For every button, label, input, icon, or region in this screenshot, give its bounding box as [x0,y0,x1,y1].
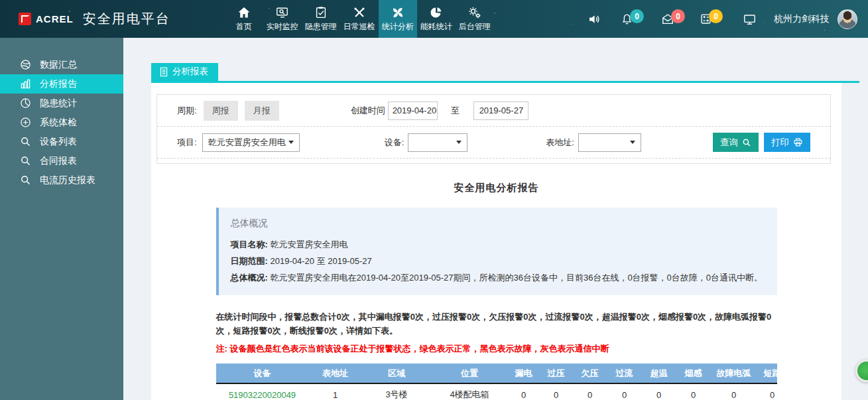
sidebar-item-device-list[interactable]: 设备列表 [0,132,123,151]
navbar-right: 0 0 0 杭州力剑科技 [588,9,857,29]
sidebar-item-contract-report[interactable]: 合同报表 [0,151,123,170]
weekly-report-button[interactable]: 周报 [204,101,238,121]
color-legend-note: 注: 设备颜色是红色表示当前该设备正处于报警状态，绿色表示正常，黑色表示故障，灰… [216,342,777,355]
col-header: 表地址 [309,364,362,383]
nav-item-home[interactable]: 首页 [225,0,263,38]
sidebar-item-current-history-report[interactable]: 电流历史报表 [0,170,123,190]
filter-row-2: 项目: 乾元安置房安全用电 设备: 表地址: [157,127,830,159]
nav-item-backend-management[interactable]: 后台管理 [456,0,494,38]
nav-item-energy-statistics[interactable]: 能耗统计 [417,0,456,38]
document-icon [159,67,168,77]
calculator-panel[interactable]: 0 [700,13,723,25]
search-icon [20,174,31,186]
tab-analysis-report[interactable]: 分析报表 [151,63,218,81]
col-header: 烟感 [676,364,711,383]
app-window: ACREL 安全用电平台 首页 实时监控 隐患管理 日常巡检 统计分析 [0,0,868,400]
nav-item-statistics-analysis[interactable]: 统计分析 [379,0,417,38]
search-icon [742,138,751,147]
cell: 4楼配电箱 [432,383,508,400]
monitor-search-icon [276,6,289,19]
pinwheel-icon [391,6,404,19]
query-button-label: 查询 [720,137,738,149]
meter-address-label: 表地址: [546,137,574,149]
username[interactable]: 杭州力剑科技 [774,13,830,25]
device-id-link[interactable]: 51903220020049 [216,383,309,400]
cell: 0 [508,383,540,400]
cell: 0 [711,383,757,400]
sidebar-label: 设备列表 [40,136,77,148]
crossed-tools-icon [353,6,366,19]
nav-item-daily-inspection[interactable]: 日常巡检 [340,0,379,38]
nav-label: 首页 [236,21,252,33]
pie-icon [20,98,31,109]
field-value: 乾元安置房安全用电 [270,239,347,249]
nav-item-realtime-monitor[interactable]: 实时监控 [263,0,302,38]
calc-badge: 0 [709,9,723,23]
chevron-down-icon [630,141,635,144]
chevron-down-icon [288,141,294,144]
nav-label: 后台管理 [459,21,491,33]
sidebar-item-data-summary[interactable]: 数据汇总 [0,55,123,74]
print-button[interactable]: 打印 [764,133,810,152]
col-header: 短路 [757,364,777,383]
cell: 0 [607,383,642,400]
app-title: 安全用电平台 [83,10,170,28]
device-label: 设备: [385,137,404,149]
filter-row-1: 周期: 周报 月报 创建时间 2019-04-20 至 2019-05-27 [157,95,830,127]
top-navbar: ACREL 安全用电平台 首页 实时监控 隐患管理 日常巡检 统计分析 [0,0,868,38]
plus-circle-icon [20,117,31,128]
date-to-input[interactable]: 2019-05-27 [473,101,528,120]
cell: 0 [540,383,573,400]
col-header: 过流 [607,364,642,383]
cell: 1 [309,383,362,400]
col-header: 故障电弧 [711,364,757,383]
cell: 0 [573,383,607,400]
period-label: 周期: [177,105,197,117]
sidebar-item-analysis-report[interactable]: 分析报告 [0,74,123,94]
sidebar-item-hazard-statistics[interactable]: 隐患统计 [0,94,123,113]
nav-label: 统计分析 [382,21,414,33]
table-header-row: 设备 表地址 区域 位置 漏电 过压 欠压 过流 超温 烟感 故障电弧 [216,364,777,383]
clipboard-check-icon [314,6,328,19]
monitor-icon[interactable] [743,13,757,26]
tab-label: 分析报表 [172,66,208,78]
nav-label: 日常巡检 [343,21,375,33]
report-body: 安全用电分析报告 总体概况 项目名称: 乾元安置房安全用电 日期范围: 2019… [216,182,777,400]
project-select[interactable]: 乾元安置房安全用电 [202,133,300,152]
cell: 0 [676,383,711,400]
col-header: 欠压 [573,364,607,383]
sidebar-label: 隐患统计 [40,98,77,109]
col-header: 超温 [642,364,676,383]
table-row: 51903220020049 1 3号楼 4楼配电箱 0 0 0 0 0 0 0 [216,383,777,400]
nav-label: 实时监控 [267,21,298,33]
filter-panel: 周期: 周报 月报 创建时间 2019-04-20 至 2019-05-27 项… [156,94,831,164]
sidebar-item-system-checkup[interactable]: 系统体检 [0,113,123,132]
meter-address-select[interactable] [578,133,641,152]
field-value: 2019-04-20 至 2019-05-27 [270,256,371,266]
sidebar-label: 分析报告 [40,78,77,90]
device-table: 设备 表地址 区域 位置 漏电 过压 欠压 过流 超温 烟感 故障电弧 [216,364,777,400]
col-header: 过压 [540,364,573,383]
device-select[interactable] [408,133,467,152]
messages[interactable]: 0 [661,13,685,26]
overview-daterange-line: 日期范围: 2019-04-20 至 2019-05-27 [231,255,765,267]
query-button[interactable]: 查询 [713,133,759,152]
speaker-icon[interactable] [588,13,601,26]
printer-icon [793,137,803,147]
print-button-label: 打印 [771,137,789,149]
date-from-input[interactable]: 2019-04-20 [388,101,438,120]
avatar[interactable] [837,9,857,29]
overview-title: 总体概况 [231,218,765,230]
overview-project-line: 项目名称: 乾元安置房安全用电 [231,239,765,250]
to-label: 至 [451,105,460,117]
overview-box: 总体概况 项目名称: 乾元安置房安全用电 日期范围: 2019-04-20 至 … [216,208,777,295]
col-header: 设备 [216,364,309,383]
report-title: 安全用电分析报告 [216,182,777,194]
notifications[interactable]: 0 [621,13,644,26]
monthly-report-button[interactable]: 月报 [245,101,279,121]
sidebar-label: 数据汇总 [40,59,77,71]
nav-item-hazard-management[interactable]: 隐患管理 [302,0,340,38]
logo-text: ACREL [36,13,74,25]
created-time-label: 创建时间 [351,105,385,117]
cell: 0 [642,383,676,400]
